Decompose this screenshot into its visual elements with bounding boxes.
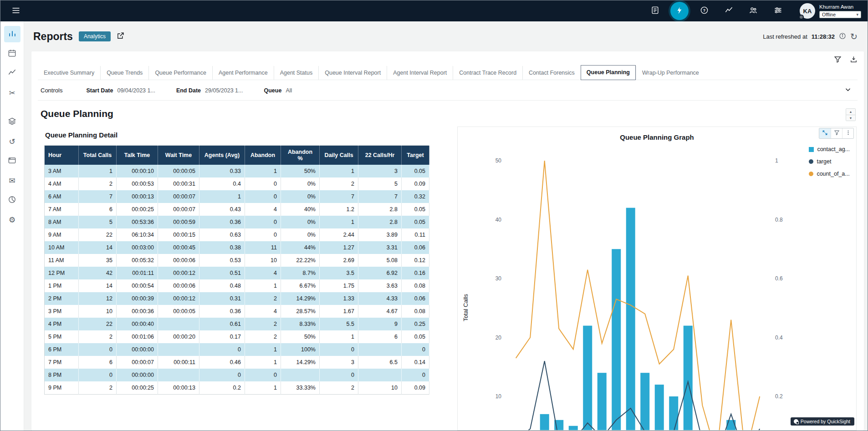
- table-row[interactable]: 11 AM3500:05:3200:00:060.531022.22%2.695…: [45, 254, 429, 267]
- sidebar-item-window[interactable]: [4, 153, 20, 169]
- sidebar-item-reports[interactable]: [4, 26, 20, 42]
- sidebar-item-history[interactable]: ↺: [4, 133, 20, 150]
- table-cell: 0%: [281, 228, 320, 241]
- table-cell: 2.8: [358, 216, 402, 228]
- column-header[interactable]: Abandon: [245, 146, 281, 165]
- table-row[interactable]: 8 AM500:53:3600:00:590.3600%12.80.05: [45, 216, 429, 228]
- tab-agent-performance[interactable]: Agent Performance: [212, 66, 274, 80]
- table-row[interactable]: 8 PM000:00:000000: [45, 369, 429, 381]
- sidebar-item-layers[interactable]: [4, 114, 20, 130]
- powered-by-text: Powered by QuickSight: [801, 419, 850, 424]
- legend-item-target[interactable]: target: [809, 158, 850, 165]
- table-cell: 22: [79, 318, 117, 330]
- y-left-tick: 40: [495, 217, 502, 223]
- tab-agent-status[interactable]: Agent Status: [274, 66, 319, 80]
- tab-contract-trace-record[interactable]: Contract Trace Record: [453, 66, 522, 80]
- column-header[interactable]: Target: [402, 146, 429, 165]
- tab-wrap-up-performance[interactable]: Wrap-Up Performance: [636, 66, 705, 80]
- sidebar-item-calendar[interactable]: [4, 46, 20, 62]
- column-header[interactable]: 22 Calls/Hr: [358, 146, 402, 165]
- control-queue[interactable]: QueueAll: [264, 87, 292, 94]
- line-series-count-of-a-[interactable]: [516, 161, 760, 430]
- notepad-button[interactable]: [646, 2, 664, 20]
- open-external-button[interactable]: [117, 32, 124, 41]
- tab-queue-interval-report[interactable]: Queue Interval Report: [318, 66, 387, 80]
- chart-canvas[interactable]: 10203040500.20.40.60.81: [458, 127, 856, 430]
- menu-button[interactable]: [7, 2, 25, 20]
- users-button[interactable]: [744, 2, 762, 20]
- table-cell: 2 PM: [45, 292, 79, 305]
- column-header[interactable]: Hour: [45, 146, 79, 165]
- tab-executive-summary[interactable]: Executive Summary: [38, 66, 100, 80]
- help-button[interactable]: ?: [695, 2, 713, 20]
- bar-series[interactable]: [511, 208, 765, 430]
- bolt-button[interactable]: [670, 2, 689, 20]
- sidebar-item-routing[interactable]: ✂: [4, 85, 20, 101]
- legend-item-count-of-a-[interactable]: count_of_a...: [809, 171, 850, 177]
- maximize-button[interactable]: [819, 128, 831, 138]
- table-row[interactable]: 2 PM1200:00:3900:00:120.31214.29%1.334.3…: [45, 292, 429, 305]
- table-row[interactable]: 9 PM200:00:2500:00:130.2133.33%2100.09: [45, 381, 429, 394]
- table-cell: 0.38: [199, 241, 245, 254]
- scroll-down-button[interactable]: ▼: [846, 115, 855, 121]
- table-row[interactable]: 10 AM1400:03:0000:00:450.381144%1.273.31…: [45, 241, 429, 254]
- column-header[interactable]: Total Calls: [79, 146, 117, 165]
- table-row[interactable]: 7 AM600:00:2500:00:070.43440%1.22.80.05: [45, 203, 429, 216]
- visual-menu-button[interactable]: [842, 128, 853, 138]
- control-end-date[interactable]: End Date29/05/2023 1...: [176, 87, 243, 94]
- tab-queue-planning[interactable]: Queue Planning: [581, 65, 636, 80]
- external-link-icon: [117, 32, 124, 41]
- table-row[interactable]: 4 PM2200:00:400.6128.33%5.590.25: [45, 318, 429, 330]
- settings-sliders-button[interactable]: [769, 2, 787, 20]
- sidebar-item-settings[interactable]: ⚙: [4, 212, 20, 228]
- column-header[interactable]: Agents (Avg): [199, 146, 245, 165]
- table-visual-title: Queue Planning Detail: [45, 131, 445, 139]
- table-row[interactable]: 3 PM1000:00:3600:00:050.36428.57%1.674.6…: [45, 305, 429, 318]
- tab-contact-forensics[interactable]: Contact Forensics: [522, 66, 581, 80]
- table-cell: 0.17: [199, 330, 245, 343]
- table-row[interactable]: 6 AM700:00:1300:00:07100%770.32: [45, 190, 429, 203]
- sidebar-item-mail[interactable]: ✉: [4, 172, 20, 189]
- legend-item-contact-ag-[interactable]: contact_ag...: [809, 146, 850, 152]
- column-header[interactable]: Daily Calls: [320, 146, 358, 165]
- info-icon[interactable]: [839, 32, 846, 41]
- table-row[interactable]: 1 PM1400:00:5400:00:060.4816.67%1.753.63…: [45, 279, 429, 292]
- powered-by-badge: Powered by QuickSight: [791, 417, 854, 426]
- sidebar-item-pie[interactable]: [4, 192, 20, 208]
- sidebar-item-trends[interactable]: [4, 65, 20, 81]
- control-start-date[interactable]: Start Date09/04/2023 1...: [86, 87, 155, 94]
- tab-agent-interval-report[interactable]: Agent Interval Report: [387, 66, 453, 80]
- filter-button[interactable]: [834, 56, 842, 65]
- table-row[interactable]: 4 AM200:00:5300:00:310.400%250.09: [45, 177, 429, 190]
- avatar[interactable]: KA: [800, 3, 815, 19]
- table-row[interactable]: 3 AM100:00:1000:00:050.33150%130.05: [45, 165, 429, 177]
- table-cell: 3.5: [320, 267, 358, 279]
- table-cell: 2: [79, 177, 117, 190]
- scroll-up-button[interactable]: ▲: [846, 109, 855, 115]
- column-header[interactable]: Wait Time: [158, 146, 199, 165]
- table-cell: 4.67: [358, 305, 402, 318]
- column-header[interactable]: Abandon %: [281, 146, 320, 165]
- tab-queue-performance[interactable]: Queue Performance: [148, 66, 212, 80]
- export-button[interactable]: [850, 56, 858, 65]
- table-row[interactable]: 9 AM2206:10:3400:00:150.6300%2.443.890.1…: [45, 228, 429, 241]
- table-cell: [358, 343, 402, 356]
- calendar-icon: [8, 49, 16, 59]
- table-cell: 1: [245, 381, 281, 394]
- column-header[interactable]: Talk Time: [117, 146, 158, 165]
- table-cell: 00:00:07: [158, 203, 199, 216]
- legend-label: contact_ag...: [817, 146, 850, 152]
- visual-hover-toolbar: [819, 128, 854, 139]
- table-cell: 0: [245, 177, 281, 190]
- table-row[interactable]: 6 PM000:00:0001100%00: [45, 343, 429, 356]
- visual-filter-button[interactable]: [831, 128, 842, 138]
- table-row[interactable]: 7 PM600:00:0700:00:110.46114.29%36.50.14: [45, 356, 429, 369]
- collapse-controls-button[interactable]: [842, 86, 854, 95]
- table-cell: 0%: [281, 216, 320, 228]
- table-row[interactable]: 5 PM200:01:0600:00:200.17250%160.05: [45, 330, 429, 343]
- status-select[interactable]: Offline ▾: [819, 11, 861, 18]
- refresh-button[interactable]: ↻: [850, 32, 858, 41]
- table-row[interactable]: 12 PM4200:01:1100:00:120.5148.7%3.56.920…: [45, 267, 429, 279]
- metrics-button[interactable]: [720, 2, 738, 20]
- tab-queue-trends[interactable]: Queue Trends: [100, 66, 148, 80]
